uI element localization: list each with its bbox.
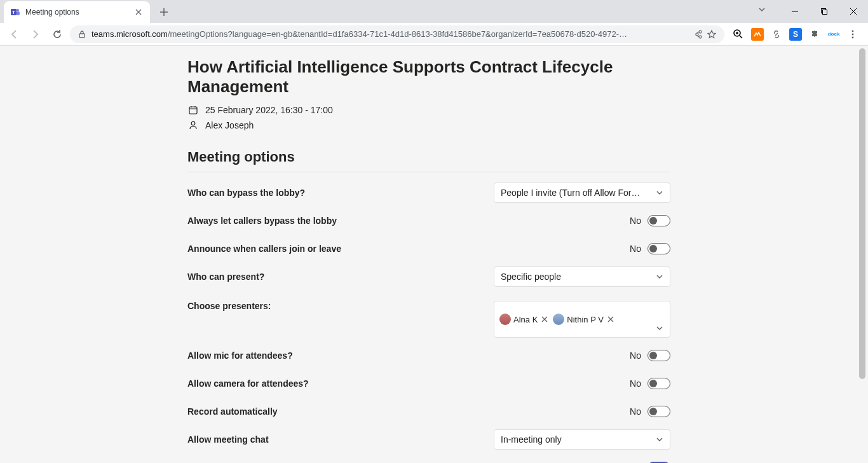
site-info-icon[interactable] <box>78 30 86 39</box>
ext-orange-icon[interactable] <box>751 28 764 41</box>
announce-toggle[interactable] <box>648 243 670 254</box>
record-auto-toggle[interactable] <box>648 406 670 417</box>
close-window-button[interactable] <box>839 2 868 21</box>
svg-rect-5 <box>823 10 827 15</box>
remove-presenter-button[interactable] <box>540 315 549 324</box>
chevron-down-icon <box>656 189 663 197</box>
svg-point-1 <box>17 9 19 11</box>
toggle-state: No <box>630 216 641 226</box>
presenter-pill: Alna K <box>499 305 549 333</box>
option-label: Allow camera for attendees? <box>187 378 309 389</box>
meeting-organizer-row: Alex Joseph <box>187 120 670 131</box>
bookmark-icon[interactable] <box>707 29 717 39</box>
option-who-present: Who can present? Specific people <box>187 263 670 291</box>
calendar-icon <box>187 104 199 116</box>
chevron-down-icon <box>656 436 663 443</box>
ext-zoom-icon[interactable] <box>732 28 745 41</box>
meeting-title: How Artificial Intelligence Supports Con… <box>187 57 670 97</box>
ext-dock-icon[interactable]: dock <box>827 28 840 41</box>
section-title: Meeting options <box>187 149 670 165</box>
toggle-state: No <box>630 244 641 254</box>
option-bypass-lobby: Who can bypass the lobby? People I invit… <box>187 179 670 207</box>
tab-title: Meeting options <box>25 8 128 17</box>
option-label: Allow meeting chat <box>187 434 269 445</box>
presenters-box[interactable]: Alna K Nithin P V <box>494 301 670 338</box>
toggle-state: No <box>630 378 641 389</box>
tab-bar: T Meeting options <box>0 0 868 23</box>
svg-rect-11 <box>189 107 197 114</box>
close-tab-button[interactable] <box>133 7 144 17</box>
remove-presenter-button[interactable] <box>606 315 615 324</box>
share-icon[interactable] <box>693 29 703 39</box>
address-bar[interactable]: teams.microsoft.com/meetingOptions?langu… <box>70 25 724 43</box>
allow-camera-toggle[interactable] <box>648 378 670 389</box>
callers-bypass-toggle[interactable] <box>648 215 670 226</box>
svg-point-8 <box>852 30 854 32</box>
option-label: Record automatically <box>187 406 278 417</box>
url-text: teams.microsoft.com/meetingOptions?langu… <box>92 29 688 39</box>
extensions-puzzle-icon[interactable] <box>808 28 821 41</box>
meeting-organizer: Alex Joseph <box>205 120 254 130</box>
option-choose-presenters: Choose presenters: Alna K Nithin P V <box>187 291 670 342</box>
toggle-state: No <box>630 406 641 417</box>
maximize-button[interactable] <box>810 2 839 21</box>
presenter-pill: Nithin P V <box>553 305 615 333</box>
meeting-datetime: 25 February 2022, 16:30 - 17:00 <box>205 105 333 115</box>
toggle-state: No <box>630 350 641 361</box>
more-menu-icon[interactable] <box>846 28 859 41</box>
avatar <box>499 314 511 325</box>
browser-toolbar: teams.microsoft.com/meetingOptions?langu… <box>0 23 868 46</box>
tab-search-chevron[interactable] <box>757 5 766 14</box>
ext-link-icon[interactable] <box>770 28 783 41</box>
svg-text:T: T <box>12 10 15 15</box>
option-allow-camera: Allow camera for attendees? No <box>187 370 670 397</box>
person-icon <box>187 120 199 131</box>
chevron-down-icon[interactable] <box>656 324 663 332</box>
option-label: Always let callers bypass the lobby <box>187 216 337 226</box>
back-button[interactable] <box>5 25 23 43</box>
option-label: Who can present? <box>187 272 264 282</box>
who-present-select[interactable]: Specific people <box>494 266 670 287</box>
option-label: Who can bypass the lobby? <box>187 188 305 198</box>
extension-icons: S dock <box>728 28 863 41</box>
svg-rect-2 <box>17 11 20 15</box>
svg-point-9 <box>852 33 854 35</box>
divider <box>187 172 670 172</box>
svg-point-12 <box>191 121 195 125</box>
meeting-datetime-row: 25 February 2022, 16:30 - 17:00 <box>187 104 670 116</box>
svg-rect-6 <box>79 34 85 38</box>
option-allow-reactions: Allow reactions Yes <box>187 453 670 463</box>
option-record-auto: Record automatically No <box>187 397 670 425</box>
svg-point-10 <box>852 36 854 38</box>
allow-mic-toggle[interactable] <box>648 350 670 361</box>
chevron-down-icon <box>656 273 663 280</box>
page-content: How Artificial Intelligence Supports Con… <box>0 46 868 463</box>
option-label: Announce when callers join or leave <box>187 244 341 254</box>
option-allow-chat: Allow meeting chat In-meeting only <box>187 425 670 453</box>
option-label: Choose presenters: <box>187 301 271 311</box>
ext-s-icon[interactable]: S <box>789 28 802 41</box>
allow-chat-select[interactable]: In-meeting only <box>494 429 670 450</box>
teams-favicon: T <box>10 7 20 17</box>
new-tab-button[interactable] <box>155 3 173 21</box>
minimize-button[interactable] <box>780 2 810 21</box>
window-controls <box>780 0 868 23</box>
option-callers-bypass: Always let callers bypass the lobby No <box>187 207 670 235</box>
browser-tab[interactable]: T Meeting options <box>4 1 150 23</box>
scrollbar[interactable] <box>858 48 867 455</box>
option-announce: Announce when callers join or leave No <box>187 235 670 263</box>
option-allow-mic: Allow mic for attendees? No <box>187 342 670 370</box>
avatar <box>553 314 564 325</box>
bypass-lobby-select[interactable]: People I invite (Turn off Allow For… <box>494 183 670 203</box>
option-label: Allow mic for attendees? <box>187 350 293 361</box>
forward-button[interactable] <box>27 25 44 43</box>
reload-button[interactable] <box>48 25 66 43</box>
